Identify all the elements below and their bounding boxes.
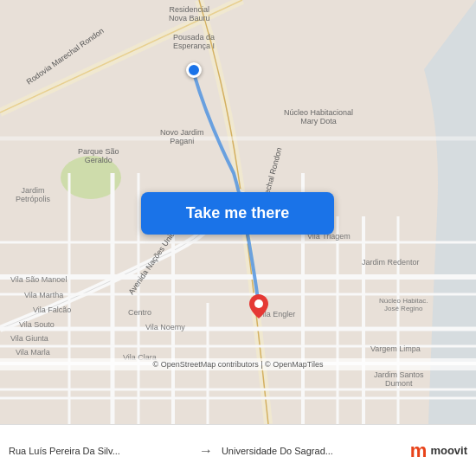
route-arrow: → — [194, 443, 218, 459]
moovit-m-icon: m — [410, 441, 428, 460]
bottom-bar: Rua Luís Pereira Da Silv... → Universida… — [0, 424, 476, 476]
map-attribution: © OpenStreetMap contributors | © OpenMap… — [0, 358, 476, 370]
take-me-there-button[interactable]: Take me there — [141, 192, 334, 235]
end-marker — [249, 294, 268, 318]
route-to: Universidade Do Sagrad... — [218, 446, 403, 456]
start-marker — [186, 62, 202, 78]
map-container: Rodovia Marechal Rondon Marechal Rondon … — [0, 0, 476, 424]
svg-point-22 — [254, 299, 263, 308]
moovit-logo: m moovit — [410, 441, 467, 460]
moovit-text: moovit — [430, 444, 467, 457]
route-from: Rua Luís Pereira Da Silv... — [9, 446, 194, 456]
